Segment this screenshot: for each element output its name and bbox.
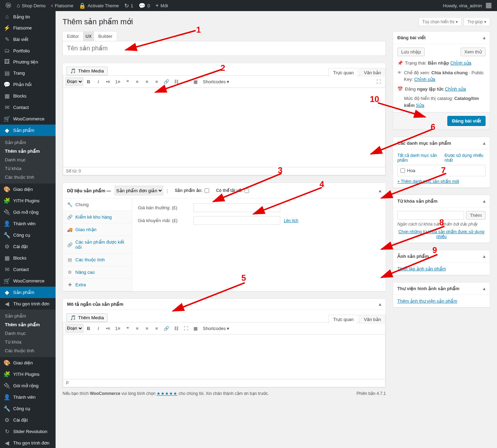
italic-button[interactable]: I — [94, 324, 103, 333]
flatsome-menu[interactable]: ‹Flatsome — [48, 0, 76, 11]
editor-tab-visual[interactable]: Trực quan — [329, 68, 358, 77]
editor-tab-text[interactable]: Văn bản — [359, 68, 386, 77]
sidebar-item[interactable]: ✉Contact — [0, 102, 56, 113]
screen-options-button[interactable]: Tùy chọn hiển thị▾ — [419, 18, 462, 26]
category-item[interactable]: Hoa — [400, 168, 482, 173]
toolbar-toggle-button[interactable]: ▦ — [191, 324, 200, 333]
toggle-indicator[interactable]: ▴ — [483, 198, 486, 204]
sidebar-item[interactable]: ◆Sản phẩm — [0, 287, 56, 298]
sidebar-item[interactable]: ⚙Cài đặt — [0, 414, 56, 426]
sidebar-item[interactable]: ◆Sản phẩm — [0, 125, 56, 136]
format-select-short[interactable]: Đoạn — [65, 324, 83, 333]
sidebar-item[interactable]: 🔧Công cụ — [0, 403, 56, 414]
product-data-tab[interactable]: 🔗Kiểm kê kho hàng — [63, 211, 132, 223]
toggle-indicator[interactable]: ▴ — [483, 254, 486, 259]
help-button[interactable]: Trợ giúp▾ — [464, 18, 490, 26]
sidebar-item[interactable]: ⌂Bảng tin — [0, 11, 56, 22]
updates[interactable]: ↻1 — [122, 0, 136, 11]
add-gallery-link[interactable]: Thêm ảnh thư viện sản phẩm — [397, 298, 457, 304]
edit-date-link[interactable]: Chỉnh sửa — [445, 86, 466, 92]
comments[interactable]: 💬0 — [136, 0, 152, 11]
sidebar-item[interactable]: 👤Thành viên — [0, 218, 56, 229]
edit-status-link[interactable]: Chỉnh sửa — [450, 60, 471, 66]
bullet-list-button[interactable]: •≡ — [103, 324, 113, 333]
sidebar-item[interactable]: 🧩YITH Plugins — [0, 195, 56, 206]
add-media-button[interactable]: 🎵Thêm Media — [66, 67, 108, 75]
sale-price-input[interactable] — [193, 216, 280, 225]
add-media-button-short[interactable]: 🎵Thêm Media — [66, 313, 108, 322]
toggle-indicator[interactable]: ▴ — [483, 286, 486, 291]
align-center-button[interactable]: ≡ — [142, 324, 151, 333]
bold-button[interactable]: B — [84, 77, 93, 86]
toggle-indicator[interactable]: ▴ — [379, 188, 381, 193]
shortcodes-dropdown[interactable]: Shortcodes ▾ — [203, 79, 229, 84]
sidebar-item[interactable]: 🎨Giao diện — [0, 184, 56, 195]
fullscreen-button[interactable]: ⛶ — [374, 77, 383, 86]
sidebar-item[interactable]: ✉Contact — [0, 264, 56, 275]
editor-tab-visual-short[interactable]: Trực quan — [329, 315, 358, 324]
tab-builder[interactable]: Builder — [94, 31, 117, 41]
tab-editor[interactable]: Editor — [63, 31, 83, 41]
rating-link[interactable]: ★★★★★ — [157, 391, 177, 396]
content-editor[interactable] — [63, 87, 386, 167]
sidebar-subitem[interactable]: Sản phẩm — [0, 312, 56, 320]
sidebar-item[interactable]: 🖼Phương tiện — [0, 56, 56, 67]
align-right-button[interactable]: ≡ — [152, 77, 161, 86]
virtual-checkbox[interactable] — [205, 188, 209, 193]
sidebar-item[interactable]: 🔌Gói mở rộng — [0, 206, 56, 218]
sidebar-subitem[interactable]: Danh mục — [0, 329, 56, 338]
align-left-button[interactable]: ≡ — [133, 77, 142, 86]
howdy[interactable]: Howdy, vina_admin — [440, 0, 494, 11]
downloadable-checkbox[interactable] — [245, 188, 249, 193]
site-name[interactable]: ⌂Shop Demo — [14, 0, 48, 11]
edit-visibility-link[interactable]: Chỉnh sửa — [414, 77, 435, 82]
product-title-input[interactable] — [63, 41, 386, 56]
collapse-menu[interactable]: ◀Thu gọn trình đơn — [0, 298, 56, 310]
sidebar-item[interactable]: ▦Blocks — [0, 90, 56, 102]
sidebar-item[interactable]: ↻Slider Revolution — [0, 426, 56, 437]
quote-button[interactable]: ❝ — [123, 77, 132, 86]
sidebar-item[interactable]: 🔌Gói mở rộng — [0, 380, 56, 391]
new-content[interactable]: +Mới — [153, 0, 171, 11]
sidebar-item[interactable]: ▤Trang — [0, 67, 56, 79]
bold-button[interactable]: B — [84, 324, 93, 333]
fullscreen-button[interactable]: ⛶ — [181, 324, 190, 333]
sidebar-subitem[interactable]: Từ khóa — [0, 338, 56, 346]
link-button[interactable]: 🔗 — [162, 77, 171, 86]
product-data-tab[interactable]: ⚙Nâng cao — [63, 266, 132, 279]
sidebar-item[interactable]: ⚡Flatsome — [0, 22, 56, 34]
publish-button[interactable]: Đăng bài viết — [447, 116, 486, 126]
toggle-indicator[interactable]: ▴ — [379, 302, 381, 307]
edit-catalog-link[interactable]: Sửa — [416, 103, 424, 108]
sidebar-subitem[interactable]: Thêm sản phẩm — [0, 147, 56, 155]
regular-price-input[interactable] — [193, 203, 280, 212]
tab-ux[interactable]: UX — [83, 31, 94, 41]
sidebar-item[interactable]: 🗂Portfolio — [0, 45, 56, 56]
sidebar-item[interactable]: ✎Bài viết — [0, 34, 56, 45]
save-draft-button[interactable]: Lưu nhập — [397, 48, 425, 56]
sidebar-subitem[interactable]: Thêm sản phẩm — [0, 320, 56, 329]
sidebar-subitem[interactable]: Sản phẩm — [0, 138, 56, 147]
more-button[interactable]: — — [181, 77, 190, 86]
product-type-select[interactable]: Sản phẩm đơn giản — [115, 186, 163, 195]
unlink-button[interactable]: ⛓ — [172, 324, 181, 333]
shortcodes-dropdown-short[interactable]: Shortcodes ▾ — [203, 326, 229, 331]
schedule-link[interactable]: Lên lịch — [284, 218, 298, 223]
sidebar-item[interactable]: 🛒WooCommerce — [0, 275, 56, 287]
category-checkbox[interactable] — [400, 168, 405, 173]
set-image-link[interactable]: Thiết lập ảnh sản phẩm — [397, 266, 446, 271]
product-data-tab[interactable]: 🔧Chung — [63, 198, 132, 211]
add-tag-button[interactable]: Thêm — [466, 211, 486, 220]
add-category-link[interactable]: + Thêm danh mục sản phẩm mới — [397, 179, 486, 184]
italic-button[interactable]: I — [94, 77, 103, 86]
sidebar-item[interactable]: ⚙Cài đặt — [0, 241, 56, 252]
sidebar-item[interactable]: 🔧Công cụ — [0, 229, 56, 241]
unlink-button[interactable]: ⛓ — [172, 77, 181, 86]
sidebar-item[interactable]: 🎨Giao diện — [0, 357, 56, 369]
sidebar-subitem[interactable]: Các thuộc tính — [0, 173, 56, 181]
sidebar-subitem[interactable]: Các thuộc tính — [0, 346, 56, 355]
sidebar-item[interactable]: 💬Phản hồi — [0, 79, 56, 90]
sidebar-item[interactable]: 🧩YITH Plugins — [0, 369, 56, 380]
align-center-button[interactable]: ≡ — [142, 77, 151, 86]
bullet-list-button[interactable]: •≡ — [103, 77, 113, 86]
